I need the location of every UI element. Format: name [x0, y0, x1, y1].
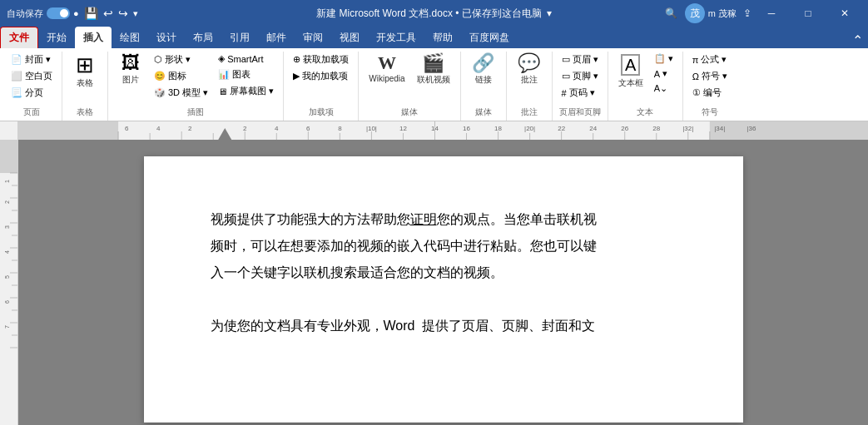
- comment-label: 批注: [521, 74, 538, 86]
- tab-review[interactable]: 审阅: [295, 27, 331, 48]
- save-icon[interactable]: 💾: [84, 7, 98, 20]
- group-header-footer-label: 页眉和页脚: [558, 106, 603, 121]
- ribbon-content: 📄 封面 ▾ ⬜ 空白页 📃 分页 页面 ⊞ 表格 表格: [0, 48, 868, 121]
- tab-file[interactable]: 文件: [0, 27, 38, 48]
- search-button[interactable]: 🔍: [662, 3, 682, 23]
- table-label: 表格: [77, 77, 93, 89]
- blank-page-icon: ⬜: [11, 71, 22, 82]
- svg-text:4: 4: [4, 250, 10, 254]
- title-dropdown-icon[interactable]: ▾: [547, 7, 552, 19]
- group-addins-content: ⊕ 获取加载项 ▶ 我的加载项: [289, 52, 353, 106]
- svg-text:12: 12: [399, 125, 407, 132]
- paragraph-3: 入一个关键字以联机搜索最适合您的文档的视频。: [211, 259, 677, 286]
- group-symbols-label: 符号: [688, 106, 732, 121]
- svg-text:4: 4: [275, 125, 279, 132]
- tab-insert[interactable]: 插入: [75, 27, 112, 48]
- footer-icon: ▭: [562, 71, 570, 82]
- btn-wordart[interactable]: A ▾: [650, 67, 677, 81]
- maximize-button[interactable]: □: [791, 2, 825, 25]
- group-comments-content: 💬 批注: [512, 52, 547, 106]
- symbol-icon: Ω: [692, 72, 699, 82]
- table-icon: ⊞: [76, 54, 94, 76]
- btn-chart[interactable]: 📊 图表: [214, 67, 278, 82]
- undo-icon[interactable]: ↩: [103, 7, 113, 20]
- paragraph-4: 为使您的文档具有专业外观，Word 提供了页眉、页脚、封面和文: [211, 313, 677, 339]
- tab-mail[interactable]: 邮件: [258, 27, 295, 48]
- svg-text:16: 16: [463, 125, 470, 132]
- ribbon-expand-icon[interactable]: ⌃: [852, 32, 863, 48]
- btn-my-addin[interactable]: ▶ 我的加载项: [289, 68, 353, 84]
- vertical-ruler: 1 2 3 4 5 6 7: [0, 140, 18, 425]
- more-icon[interactable]: ▾: [133, 8, 138, 19]
- encoding-icon: ①: [692, 87, 701, 98]
- tab-design[interactable]: 设计: [148, 27, 185, 48]
- btn-quickparts[interactable]: 📋 ▾: [650, 52, 677, 66]
- tab-draw[interactable]: 绘图: [112, 27, 148, 48]
- svg-text:4: 4: [156, 125, 161, 132]
- tab-layout[interactable]: 布局: [185, 27, 221, 48]
- footer-label: 页脚 ▾: [573, 70, 598, 82]
- btn-screenshot[interactable]: 🖥 屏幕截图 ▾: [214, 83, 278, 99]
- btn-encoding[interactable]: ① 编号: [688, 85, 732, 101]
- btn-page-number[interactable]: # 页码 ▾: [558, 85, 603, 101]
- tab-view[interactable]: 视图: [331, 27, 368, 48]
- svg-text:3: 3: [4, 225, 10, 229]
- btn-shape[interactable]: ⬡ 形状 ▾: [150, 52, 212, 67]
- tab-dev[interactable]: 开发工具: [368, 27, 424, 48]
- smartart-icon: ◈: [218, 53, 225, 64]
- btn-header[interactable]: ▭ 页眉 ▾: [558, 52, 603, 67]
- btn-equation[interactable]: π 公式 ▾: [688, 52, 732, 67]
- screenshot-icon: 🖥: [218, 86, 227, 96]
- illustrations-col2: ◈ SmartArt 📊 图表 🖥 屏幕截图 ▾: [214, 52, 278, 99]
- svg-rect-45: [0, 140, 18, 173]
- chart-label: 图表: [232, 68, 250, 81]
- share-icon[interactable]: ⇪: [743, 7, 751, 19]
- tab-help[interactable]: 帮助: [424, 27, 461, 48]
- svg-text:5: 5: [4, 275, 10, 279]
- cover-label: 封面 ▾: [25, 53, 51, 66]
- autosave-toggle[interactable]: 自动保存 ●: [7, 7, 79, 20]
- btn-picture[interactable]: 🖼 图片: [113, 52, 148, 88]
- btn-table[interactable]: ⊞ 表格: [67, 52, 102, 91]
- tab-reference[interactable]: 引用: [221, 27, 258, 48]
- btn-dropcap[interactable]: A⌄: [650, 82, 677, 96]
- autosave-switch[interactable]: [47, 7, 70, 19]
- svg-text:|20|: |20|: [524, 125, 535, 132]
- header-footer-col: ▭ 页眉 ▾ ▭ 页脚 ▾ # 页码 ▾: [558, 52, 603, 101]
- redo-icon[interactable]: ↪: [118, 7, 128, 20]
- user-area[interactable]: 茂 m 茂稼: [685, 3, 737, 23]
- document-title: 新建 Microsoft Word 文档.docx • 已保存到这台电脑: [316, 7, 542, 21]
- minimize-button[interactable]: ─: [755, 2, 788, 25]
- btn-cover[interactable]: 📄 封面 ▾: [7, 52, 57, 67]
- encoding-label: 编号: [703, 86, 722, 99]
- btn-textbox[interactable]: A 文本框: [613, 52, 648, 91]
- btn-comment[interactable]: 💬 批注: [512, 52, 547, 88]
- dropcap-icon: A⌄: [654, 83, 667, 94]
- vertical-ruler-svg: 1 2 3 4 5 6 7: [0, 140, 18, 389]
- btn-icon-item[interactable]: 😊 图标: [150, 68, 212, 84]
- group-text: A 文本框 📋 ▾ A ▾ A⌄ 文本: [608, 52, 683, 121]
- ribbon-options[interactable]: ⌃: [852, 32, 868, 48]
- btn-get-addin[interactable]: ⊕ 获取加载项: [289, 52, 353, 67]
- icon-item-label: 图标: [168, 70, 186, 82]
- document-page[interactable]: 视频提供了功能强大的方法帮助您证明您的观点。当您单击联机视 频时，可以在想要添加…: [144, 156, 743, 423]
- username: m 茂稼: [708, 7, 737, 20]
- tab-baidu[interactable]: 百度网盘: [461, 27, 518, 48]
- video-icon: 🎬: [422, 54, 444, 72]
- btn-link[interactable]: 🔗 链接: [466, 52, 501, 88]
- tab-home[interactable]: 开始: [38, 27, 75, 48]
- btn-footer[interactable]: ▭ 页脚 ▾: [558, 68, 603, 84]
- btn-smartart[interactable]: ◈ SmartArt: [214, 52, 278, 66]
- btn-blank-page[interactable]: ⬜ 空白页: [7, 68, 57, 84]
- svg-text:6: 6: [306, 125, 310, 132]
- btn-wikipedia[interactable]: W Wikipedia: [364, 52, 409, 86]
- svg-text:7: 7: [4, 325, 10, 329]
- symbols-col: π 公式 ▾ Ω 符号 ▾ ① 编号: [688, 52, 732, 101]
- paragraph-1: 视频提供了功能强大的方法帮助您证明您的观点。当您单击联机视: [211, 206, 677, 233]
- close-button[interactable]: ✕: [828, 2, 861, 25]
- btn-page-break[interactable]: 📃 分页: [7, 85, 57, 101]
- svg-text:8: 8: [338, 125, 342, 132]
- btn-video[interactable]: 🎬 联机视频: [412, 52, 455, 88]
- btn-symbol[interactable]: Ω 符号 ▾: [688, 68, 732, 84]
- btn-3d[interactable]: 🎲 3D 模型 ▾: [150, 85, 212, 101]
